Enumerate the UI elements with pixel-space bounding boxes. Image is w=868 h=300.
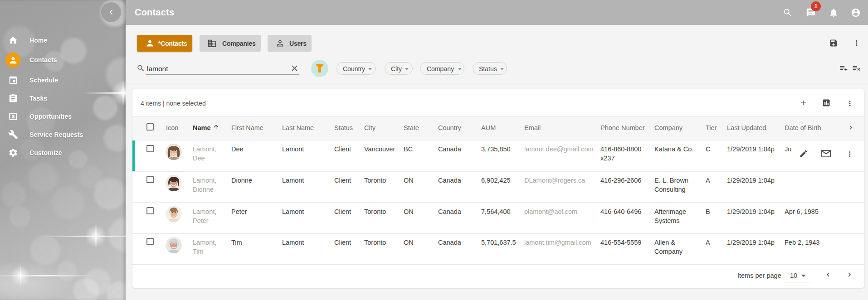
svg-text:$: $ [12, 114, 15, 119]
